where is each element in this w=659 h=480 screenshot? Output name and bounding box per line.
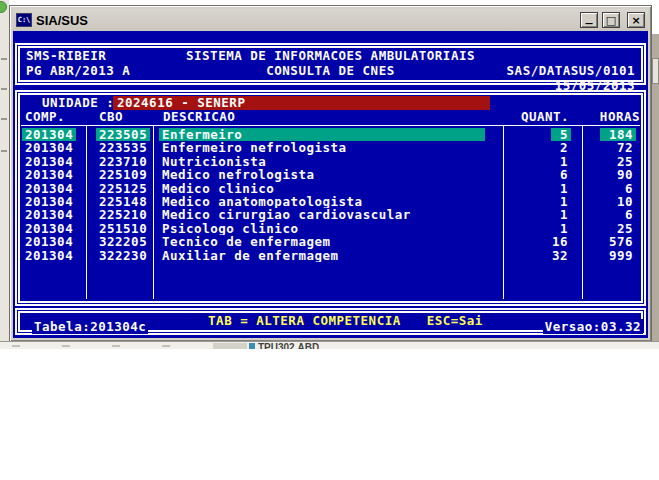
background-text-fragment [1,58,7,60]
background-logo-icon [0,1,7,13]
unidade-label: UNIDADE : [42,96,114,110]
cell-desc: Medico cirurgiao cardiovascular [162,208,411,221]
cell-quant: 32 [552,249,568,262]
tab-hint: TAB = ALTERA COMPETENCIA [208,314,401,328]
minimize-button[interactable]: — [580,12,598,28]
cell-horas: 999 [609,249,633,262]
cell-horas: 6 [625,208,633,221]
table-rows: 201304 223505 Enfermeiro 5 184 201304 22… [20,128,641,262]
file-icon [249,343,255,349]
table-row[interactable]: 201304 225125 Medico clinico 1 6 [20,182,641,195]
system-header-box: SMS-RIBEIR SISTEMA DE INFORMACOES AMBULA… [15,43,646,85]
terminal-screen: SMS-RIBEIR SISTEMA DE INFORMACOES AMBULA… [13,31,648,338]
cell-comp: 201304 [25,155,73,168]
cell-cbo: 223710 [99,155,147,168]
cell-desc: Enfermeiro nefrologista [162,141,347,154]
cell-comp: 201304 [25,141,73,154]
close-button[interactable]: × [627,12,645,28]
cell-cbo: 225109 [99,168,147,181]
tabela-label: Tabela:201304c [32,319,148,334]
dos-prompt-icon[interactable]: C:\ [16,13,32,27]
cell-desc: Nutricionista [162,155,266,168]
cell-cbo: 223505 [96,128,150,141]
app-window: C:\ SIA/SUS — □ × SMS-RIBEIR SISTEMA DE … [9,5,652,342]
cell-quant: 1 [560,222,568,235]
col-header-horas: HORAS [587,110,641,124]
header-line-2: PG ABR/2013 A CONSULTA DE CNES 15/05/201… [20,63,641,78]
cell-comp: 201304 [25,168,73,181]
cell-quant: 2 [560,141,568,154]
cell-cbo: 225148 [99,195,147,208]
table-row[interactable]: 201304 223710 Nutricionista 1 25 [20,155,641,168]
background-text-fragment [12,345,20,347]
cell-horas: 72 [617,141,633,154]
background-text-fragment [112,345,120,347]
cell-cbo: 225125 [99,182,147,195]
table-row[interactable]: 201304 225109 Medico nefrologista 6 90 [20,168,641,181]
window-title: SIA/SUS [36,13,576,28]
cell-comp: 201304 [25,195,73,208]
background-window-left-edge [0,0,9,345]
cell-cbo: 322205 [99,235,147,248]
background-filename-fragment: TPU302.ABD [258,342,319,349]
header-separator-line [21,125,640,126]
background-window-bottom-sliver: TPU302.ABD [0,341,659,349]
window-titlebar[interactable]: C:\ SIA/SUS — □ × [13,9,648,31]
cell-quant: 16 [552,235,568,248]
cell-comp: 201304 [25,222,73,235]
table-row[interactable]: 201304 251510 Psicologo clinico 1 25 [20,222,641,235]
table-row[interactable]: 201304 225148 Medico anatomopatologista … [20,195,641,208]
table-row[interactable]: 201304 322230 Auxiliar de enfermagem 32 … [20,249,641,262]
table-row[interactable]: 201304 225210 Medico cirurgiao cardiovas… [20,208,641,221]
table-column-headers: COMP. CBO DESCRICAO QUANT. HORAS [20,110,641,124]
cell-comp: 201304 [25,249,73,262]
cnes-table-box: UNIDADE : 2024616 - SENERP COMP. CBO DES… [15,90,646,306]
cell-desc: Medico clinico [162,182,274,195]
maximize-button[interactable]: □ [602,12,620,28]
cell-comp: 201304 [25,208,73,221]
cell-desc: Tecnico de enfermagem [162,235,331,248]
table-row[interactable]: 201304 223505 Enfermeiro 5 184 [20,128,641,141]
col-header-quant: QUANT. [503,110,587,124]
cell-desc: Medico anatomopatologista [162,195,363,208]
cell-horas: 576 [609,235,633,248]
background-text-fragment [1,88,7,90]
unidade-value: 2024616 - SENERP [113,96,490,110]
cell-desc: Psicologo clinico [162,222,298,235]
cell-desc: Auxiliar de enfermagem [162,249,339,262]
background-text-fragment [1,118,7,120]
cell-quant: 1 [560,195,568,208]
col-header-comp: COMP. [25,110,65,124]
cell-comp: 201304 [22,128,76,141]
cell-quant: 1 [560,155,568,168]
col-header-desc: DESCRICAO [163,110,235,124]
background-text-fragment [162,345,170,347]
cell-cbo: 251510 [99,222,147,235]
minimize-icon: — [585,19,593,28]
cell-cbo: 322230 [99,249,147,262]
maximize-icon: □ [606,14,616,27]
cell-comp: 201304 [25,235,73,248]
background-scrollbar-thumb [652,58,659,84]
esc-hint: ESC=Sai [427,314,483,328]
background-window-right-edge [652,34,659,345]
table-row[interactable]: 201304 223535 Enfermeiro nefrologista 2 … [20,141,641,154]
header-line-1: SMS-RIBEIR SISTEMA DE INFORMACOES AMBULA… [20,48,641,63]
cell-horas: 184 [600,128,636,141]
cell-horas: 25 [617,222,633,235]
cell-desc: Enfermeiro [159,128,485,141]
cell-comp: 201304 [25,182,73,195]
org-code: SMS-RIBEIR [26,48,106,63]
background-text-fragment [1,150,7,152]
unidade-line: UNIDADE : 2024616 - SENERP [20,96,641,110]
cell-horas: 90 [617,168,633,181]
system-title: SISTEMA DE INFORMACOES AMBULATORIAIS [20,48,641,63]
col-header-cbo: CBO [99,110,123,124]
cell-desc: Medico nefrologista [162,168,315,181]
cell-quant: 5 [551,128,571,141]
table-row[interactable]: 201304 322205 Tecnico de enfermagem 16 5… [20,235,641,248]
cell-horas: 10 [617,195,633,208]
cell-quant: 1 [560,182,568,195]
competence-code: PG ABR/2013 A [26,63,130,78]
cell-horas: 25 [617,155,633,168]
